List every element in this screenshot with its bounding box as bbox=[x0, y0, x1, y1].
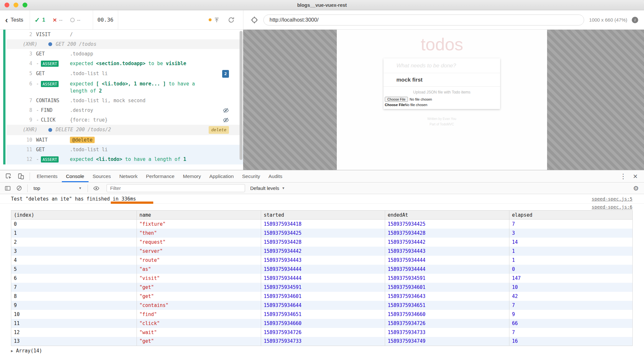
command-args: expected [ <li.todo>, 1 more... ] to hav… bbox=[70, 80, 208, 94]
table-cell: 1 bbox=[11, 229, 137, 238]
command-args: .destroy bbox=[70, 107, 93, 114]
command-name: GET bbox=[36, 70, 70, 77]
close-window-button[interactable] bbox=[5, 3, 9, 7]
minimize-window-button[interactable] bbox=[14, 3, 18, 7]
array-label: Array(14) bbox=[16, 348, 42, 354]
command-row[interactable]: 10WAIT@delete bbox=[6, 135, 243, 145]
table-cell: 7 bbox=[11, 283, 137, 292]
table-cell: 1589375934591 bbox=[385, 274, 509, 283]
command-number: 12 bbox=[6, 156, 32, 163]
command-row[interactable]: 6-ASSERTexpected [ <li.todo>, 1 more... … bbox=[6, 79, 243, 96]
tab-performance[interactable]: Performance bbox=[142, 170, 179, 182]
choose-file-label[interactable]: Choose File bbox=[385, 103, 405, 107]
table-cell: 8 bbox=[11, 292, 137, 301]
divider bbox=[118, 10, 118, 29]
table-row: 9"contains"158937593464415893759346517 bbox=[11, 301, 633, 310]
table-column-header[interactable]: (index) bbox=[11, 211, 137, 220]
command-log-panel: 2VISIT/(XHR)GET 200 /todos3GET.todoapp4-… bbox=[0, 30, 243, 170]
toggle-device-toolbar-button[interactable] bbox=[15, 173, 27, 180]
zoom-window-button[interactable] bbox=[23, 3, 27, 7]
table-cell: 1589375934733 bbox=[261, 337, 385, 346]
devtools-close-button[interactable]: × bbox=[630, 173, 640, 180]
command-args: @delete bbox=[70, 136, 95, 143]
command-row[interactable]: 2VISIT/ bbox=[6, 30, 243, 39]
table-cell: 66 bbox=[509, 319, 633, 328]
choose-file-button[interactable]: Choose File bbox=[385, 97, 408, 102]
tab-audits[interactable]: Audits bbox=[264, 170, 287, 182]
log-levels-value: Default levels bbox=[250, 185, 279, 191]
chevron-down-icon: ▼ bbox=[79, 186, 82, 190]
xhr-status-dot-icon bbox=[48, 42, 52, 46]
back-to-tests-button[interactable]: ‹ Tests bbox=[0, 17, 25, 23]
clear-console-button[interactable] bbox=[14, 185, 25, 191]
log-levels-select[interactable]: Default levels ▼ bbox=[250, 185, 285, 191]
auto-scroll-indicator[interactable] bbox=[209, 17, 220, 23]
devtools-menu-button[interactable]: ⋮ bbox=[617, 173, 629, 180]
table-column-header[interactable]: elapsed bbox=[509, 211, 633, 220]
command-row[interactable]: 3GET.todoapp bbox=[6, 49, 243, 59]
tab-elements[interactable]: Elements bbox=[33, 170, 62, 182]
table-cell: 1589375934601 bbox=[261, 292, 385, 301]
table-column-header[interactable]: endedAt bbox=[385, 211, 509, 220]
tab-memory[interactable]: Memory bbox=[179, 170, 205, 182]
divider bbox=[27, 184, 28, 192]
reload-tests-button[interactable] bbox=[226, 15, 236, 25]
command-number: 7 bbox=[6, 97, 32, 104]
divider bbox=[30, 173, 30, 180]
divider bbox=[30, 10, 30, 29]
command-row[interactable]: 7CONTAINS.todo-list li, mock second bbox=[6, 96, 243, 105]
eye-icon bbox=[93, 185, 99, 192]
selector-playground-button[interactable] bbox=[249, 15, 260, 25]
command-row[interactable]: 4-ASSERTexpected <section.todoapp> to be… bbox=[6, 59, 243, 69]
app-iframe: todos What needs to be done? mock first … bbox=[337, 30, 547, 170]
table-cell: 1589375934444 bbox=[261, 265, 385, 274]
source-link[interactable]: speed-spec.js:6 bbox=[592, 204, 632, 210]
tab-security[interactable]: Security bbox=[238, 170, 264, 182]
command-row[interactable]: 11GET.todo-list li bbox=[6, 145, 243, 154]
info-icon[interactable]: i bbox=[632, 17, 638, 23]
source-link[interactable]: speed-spec.js:5 bbox=[592, 196, 632, 202]
command-log-scrollbar[interactable] bbox=[240, 31, 242, 160]
console-settings-gear-icon[interactable]: ⚙ bbox=[633, 184, 644, 192]
app-url-bar[interactable]: http://localhost:3000/ bbox=[263, 15, 584, 25]
table-row: 7"get"1589375934591158937593460110 bbox=[11, 283, 633, 292]
viewport-size-label: 1000 x 660 (47%) bbox=[589, 17, 627, 23]
frame-context-select[interactable]: top ▼ bbox=[30, 185, 85, 191]
console-table: (index)namestartedendedAtelapsed 0"fixtu… bbox=[11, 210, 633, 346]
table-cell: 4 bbox=[11, 256, 137, 265]
table-cell: 13 bbox=[11, 337, 137, 346]
reporter-header: ‹ Tests ✓ 1 × -- -- 00.36 bbox=[0, 10, 243, 29]
command-row[interactable]: 8-FIND.destroy bbox=[6, 105, 243, 115]
command-row[interactable]: (XHR)DELETE 200 /todos/2delete bbox=[6, 125, 243, 135]
array-expander[interactable]: ▶ Array(14) bbox=[0, 346, 644, 355]
table-column-header[interactable]: started bbox=[261, 211, 385, 220]
tab-network[interactable]: Network bbox=[115, 170, 142, 182]
command-row[interactable]: (XHR)GET 200 /todos bbox=[6, 39, 243, 49]
table-cell: 42 bbox=[509, 292, 633, 301]
command-args: expected <section.todoapp> to be visible bbox=[70, 60, 186, 67]
command-number: 4 bbox=[6, 60, 32, 67]
command-number: 3 bbox=[6, 50, 32, 57]
tab-application[interactable]: Application bbox=[205, 170, 238, 182]
table-column-header[interactable]: name bbox=[137, 211, 261, 220]
command-row[interactable]: 5GET.todo-list li2 bbox=[6, 69, 243, 79]
table-row: 13"get"1589375934733158937593474916 bbox=[11, 337, 633, 346]
inspect-element-button[interactable] bbox=[3, 173, 15, 180]
table-cell: 1589375934418 bbox=[261, 220, 385, 229]
command-row[interactable]: 12-ASSERTexpected <li.todo> to have a le… bbox=[6, 154, 243, 164]
file-input-row-2: Choose FileNo file chosen bbox=[384, 102, 500, 109]
command-args: / bbox=[70, 31, 73, 38]
new-todo-input[interactable]: What needs to be done? bbox=[384, 58, 500, 73]
orange-highlight-bar bbox=[111, 202, 153, 204]
tab-console[interactable]: Console bbox=[62, 170, 89, 182]
tab-sources[interactable]: Sources bbox=[89, 170, 115, 182]
table-cell: 9 bbox=[509, 310, 633, 319]
table-cell: 1589375934444 bbox=[385, 256, 509, 265]
console-filter-input[interactable] bbox=[107, 184, 245, 192]
scroll-to-top-icon bbox=[213, 17, 220, 23]
console-sidebar-button[interactable] bbox=[2, 185, 14, 192]
todo-list-item[interactable]: mock first bbox=[384, 73, 500, 87]
command-row[interactable]: 9-CLICK{force: true} bbox=[6, 115, 243, 125]
tests-pending-stat: -- bbox=[70, 17, 80, 23]
live-expression-button[interactable] bbox=[90, 185, 102, 192]
